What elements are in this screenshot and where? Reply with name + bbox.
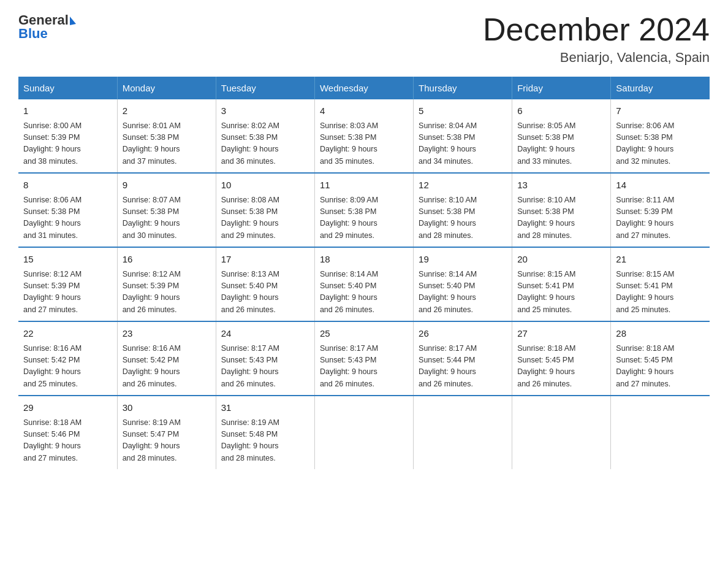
title-area: December 2024 Beniarjo, Valencia, Spain	[483, 12, 710, 66]
day-info: Sunrise: 8:16 AMSunset: 5:42 PMDaylight:…	[123, 343, 211, 391]
day-info: Sunrise: 8:04 AMSunset: 5:38 PMDaylight:…	[419, 120, 507, 168]
day-number: 30	[123, 401, 211, 415]
day-info: Sunrise: 8:05 AMSunset: 5:38 PMDaylight:…	[517, 120, 605, 168]
day-cell: 17Sunrise: 8:13 AMSunset: 5:40 PMDayligh…	[216, 247, 314, 321]
day-info: Sunrise: 8:09 AMSunset: 5:38 PMDaylight:…	[320, 194, 408, 242]
day-cell	[611, 396, 710, 469]
day-cell: 18Sunrise: 8:14 AMSunset: 5:40 PMDayligh…	[314, 247, 413, 321]
day-info: Sunrise: 8:16 AMSunset: 5:42 PMDaylight:…	[23, 343, 112, 391]
header-saturday: Saturday	[611, 77, 710, 99]
day-info: Sunrise: 8:10 AMSunset: 5:38 PMDaylight:…	[419, 194, 507, 242]
day-cell: 20Sunrise: 8:15 AMSunset: 5:41 PMDayligh…	[512, 247, 611, 321]
day-number: 7	[616, 104, 705, 118]
day-cell: 3Sunrise: 8:02 AMSunset: 5:38 PMDaylight…	[216, 99, 314, 173]
logo-blue: Blue	[18, 26, 76, 42]
day-info: Sunrise: 8:10 AMSunset: 5:38 PMDaylight:…	[517, 194, 605, 242]
day-number: 14	[616, 178, 705, 193]
day-number: 13	[517, 178, 605, 193]
header-wednesday: Wednesday	[314, 77, 413, 99]
day-number: 21	[616, 253, 705, 267]
day-number: 15	[23, 253, 112, 267]
calendar-table: SundayMondayTuesdayWednesdayThursdayFrid…	[18, 77, 710, 469]
day-number: 27	[517, 327, 605, 341]
day-number: 3	[221, 104, 309, 118]
day-info: Sunrise: 8:07 AMSunset: 5:38 PMDaylight:…	[123, 194, 211, 242]
day-number: 16	[123, 253, 211, 267]
day-cell: 30Sunrise: 8:19 AMSunset: 5:47 PMDayligh…	[117, 396, 216, 469]
day-cell: 25Sunrise: 8:17 AMSunset: 5:43 PMDayligh…	[314, 321, 413, 396]
day-cell	[314, 396, 413, 469]
day-cell: 21Sunrise: 8:15 AMSunset: 5:41 PMDayligh…	[611, 247, 710, 321]
day-cell: 10Sunrise: 8:08 AMSunset: 5:38 PMDayligh…	[216, 173, 314, 247]
day-info: Sunrise: 8:17 AMSunset: 5:43 PMDaylight:…	[221, 343, 309, 391]
day-number: 23	[123, 327, 211, 341]
day-cell: 19Sunrise: 8:14 AMSunset: 5:40 PMDayligh…	[414, 247, 512, 321]
day-info: Sunrise: 8:18 AMSunset: 5:45 PMDaylight:…	[517, 343, 605, 391]
day-cell: 13Sunrise: 8:10 AMSunset: 5:38 PMDayligh…	[512, 173, 611, 247]
day-info: Sunrise: 8:06 AMSunset: 5:38 PMDaylight:…	[616, 120, 705, 168]
day-number: 12	[419, 178, 507, 193]
day-number: 19	[419, 253, 507, 267]
day-number: 6	[517, 104, 605, 118]
day-number: 22	[23, 327, 112, 341]
day-cell: 29Sunrise: 8:18 AMSunset: 5:46 PMDayligh…	[18, 396, 117, 469]
week-row-1: 1Sunrise: 8:00 AMSunset: 5:39 PMDaylight…	[18, 99, 710, 173]
day-cell: 22Sunrise: 8:16 AMSunset: 5:42 PMDayligh…	[18, 321, 117, 396]
day-cell: 27Sunrise: 8:18 AMSunset: 5:45 PMDayligh…	[512, 321, 611, 396]
day-info: Sunrise: 8:19 AMSunset: 5:47 PMDaylight:…	[123, 417, 211, 465]
day-info: Sunrise: 8:15 AMSunset: 5:41 PMDaylight:…	[616, 269, 705, 316]
day-cell: 11Sunrise: 8:09 AMSunset: 5:38 PMDayligh…	[314, 173, 413, 247]
day-number: 10	[221, 178, 309, 193]
day-info: Sunrise: 8:12 AMSunset: 5:39 PMDaylight:…	[123, 269, 211, 316]
day-info: Sunrise: 8:01 AMSunset: 5:38 PMDaylight:…	[123, 120, 211, 168]
day-cell: 8Sunrise: 8:06 AMSunset: 5:38 PMDaylight…	[18, 173, 117, 247]
day-cell: 14Sunrise: 8:11 AMSunset: 5:39 PMDayligh…	[611, 173, 710, 247]
day-cell: 15Sunrise: 8:12 AMSunset: 5:39 PMDayligh…	[18, 247, 117, 321]
day-number: 29	[23, 401, 112, 415]
page-header: General Blue December 2024 Beniarjo, Val…	[18, 12, 710, 66]
day-cell: 12Sunrise: 8:10 AMSunset: 5:38 PMDayligh…	[414, 173, 512, 247]
week-row-2: 8Sunrise: 8:06 AMSunset: 5:38 PMDaylight…	[18, 173, 710, 247]
day-cell: 23Sunrise: 8:16 AMSunset: 5:42 PMDayligh…	[117, 321, 216, 396]
day-cell: 31Sunrise: 8:19 AMSunset: 5:48 PMDayligh…	[216, 396, 314, 469]
day-number: 17	[221, 253, 309, 267]
logo: General Blue	[18, 12, 76, 42]
header-thursday: Thursday	[414, 77, 512, 99]
day-number: 31	[221, 401, 309, 415]
week-row-4: 22Sunrise: 8:16 AMSunset: 5:42 PMDayligh…	[18, 321, 710, 396]
header-friday: Friday	[512, 77, 611, 99]
day-number: 9	[123, 178, 211, 193]
day-info: Sunrise: 8:03 AMSunset: 5:38 PMDaylight:…	[320, 120, 408, 168]
day-number: 1	[23, 104, 112, 118]
day-cell: 1Sunrise: 8:00 AMSunset: 5:39 PMDaylight…	[18, 99, 117, 173]
day-info: Sunrise: 8:18 AMSunset: 5:45 PMDaylight:…	[616, 343, 705, 391]
day-info: Sunrise: 8:02 AMSunset: 5:38 PMDaylight:…	[221, 120, 309, 168]
day-number: 2	[123, 104, 211, 118]
day-cell: 6Sunrise: 8:05 AMSunset: 5:38 PMDaylight…	[512, 99, 611, 173]
header-sunday: Sunday	[18, 77, 117, 99]
day-cell: 4Sunrise: 8:03 AMSunset: 5:38 PMDaylight…	[314, 99, 413, 173]
day-cell: 26Sunrise: 8:17 AMSunset: 5:44 PMDayligh…	[414, 321, 512, 396]
day-cell: 5Sunrise: 8:04 AMSunset: 5:38 PMDaylight…	[414, 99, 512, 173]
day-info: Sunrise: 8:14 AMSunset: 5:40 PMDaylight:…	[320, 269, 408, 316]
day-number: 25	[320, 327, 408, 341]
day-number: 18	[320, 253, 408, 267]
day-info: Sunrise: 8:11 AMSunset: 5:39 PMDaylight:…	[616, 194, 705, 242]
day-cell	[512, 396, 611, 469]
day-info: Sunrise: 8:12 AMSunset: 5:39 PMDaylight:…	[23, 269, 112, 316]
day-number: 5	[419, 104, 507, 118]
day-number: 24	[221, 327, 309, 341]
day-info: Sunrise: 8:19 AMSunset: 5:48 PMDaylight:…	[221, 417, 309, 465]
calendar-header-row: SundayMondayTuesdayWednesdayThursdayFrid…	[18, 77, 710, 99]
day-info: Sunrise: 8:13 AMSunset: 5:40 PMDaylight:…	[221, 269, 309, 316]
day-cell: 2Sunrise: 8:01 AMSunset: 5:38 PMDaylight…	[117, 99, 216, 173]
day-number: 8	[23, 178, 112, 193]
day-number: 11	[320, 178, 408, 193]
day-cell: 24Sunrise: 8:17 AMSunset: 5:43 PMDayligh…	[216, 321, 314, 396]
day-cell: 9Sunrise: 8:07 AMSunset: 5:38 PMDaylight…	[117, 173, 216, 247]
week-row-5: 29Sunrise: 8:18 AMSunset: 5:46 PMDayligh…	[18, 396, 710, 469]
day-info: Sunrise: 8:00 AMSunset: 5:39 PMDaylight:…	[23, 120, 112, 168]
header-tuesday: Tuesday	[216, 77, 314, 99]
page-subtitle: Beniarjo, Valencia, Spain	[483, 50, 710, 66]
day-number: 4	[320, 104, 408, 118]
